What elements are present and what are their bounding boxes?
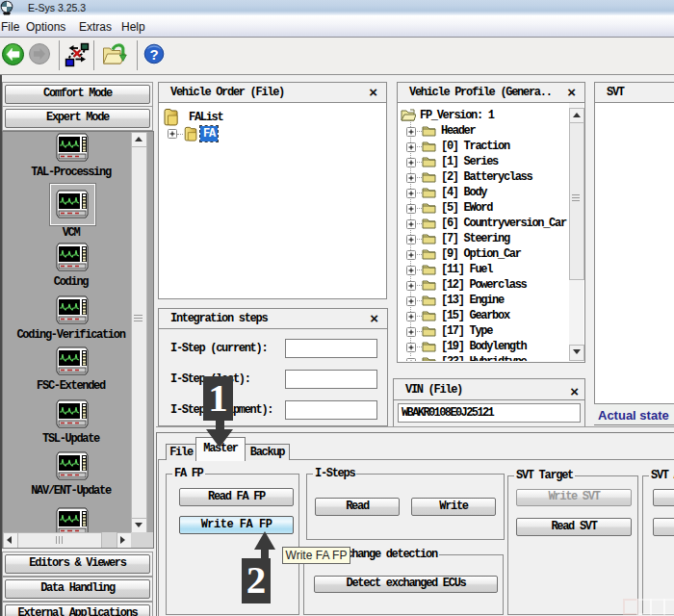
svg-text:?: ? — [149, 46, 158, 63]
